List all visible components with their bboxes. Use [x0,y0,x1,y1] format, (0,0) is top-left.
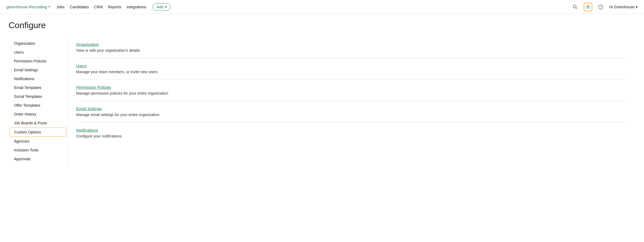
section-description: Manage email settings for your entire or… [76,113,627,117]
sidebar-item-users[interactable]: Users [10,48,66,57]
sidebar-item-custom-options[interactable]: Custom Options [10,128,66,137]
sidebar-item-email-templates[interactable]: Email Templates [10,83,66,92]
section-link-organization[interactable]: Organization [76,42,99,47]
brand-logo[interactable]: greenhouse Recruiting ▾ [6,5,50,9]
sidebar-item-notifications[interactable]: Notifications [10,75,66,83]
hi-user-text: Hi Greenhouse [609,5,635,9]
nav-candidates[interactable]: Candidates [70,5,89,9]
section-link-users[interactable]: Users [76,64,87,68]
sidebar-item-job-boards--posts[interactable]: Job Boards & Posts [10,119,66,127]
search-button[interactable] [571,3,579,11]
section-description: Manage permission policies for your enti… [76,91,627,95]
sidebar-item-organization[interactable]: Organization [10,39,66,48]
sidebar-item-approvals[interactable]: Approvals [10,155,66,163]
brand-greenhouse-text: greenhouse [6,5,28,9]
section-description: View or edit your organization's details [76,48,627,53]
nav-right: ? Hi Greenhouse ▾ [571,3,638,11]
help-button[interactable]: ? [597,3,605,11]
sidebar-item-inclusion-tools[interactable]: Inclusion Tools [10,146,66,154]
section-link-permission-policies[interactable]: Permission Policies [76,85,111,90]
section-item: Permission PoliciesManage permission pol… [76,80,627,101]
sidebar-item-social-templates[interactable]: Social Templates [10,92,66,101]
sidebar-item-order-history[interactable]: Order History [10,110,66,118]
user-chevron-icon: ▾ [636,5,638,9]
sidebar-item-email-settings[interactable]: Email Settings [10,66,66,74]
add-label: Add [157,5,163,9]
section-description: Configure your notifications [76,134,627,138]
section-link-notifications[interactable]: Notifications [76,128,98,132]
nav-jobs[interactable]: Jobs [57,5,65,9]
sidebar-item-agencies[interactable]: Agencies [10,137,66,146]
brand-chevron-icon: ▾ [49,5,50,9]
nav-crm[interactable]: CRM [94,5,103,9]
page-title: Configure [9,20,635,30]
section-description: Manage your team members, or invite new … [76,70,627,74]
top-navigation: greenhouse Recruiting ▾ Jobs Candidates … [0,0,644,14]
nav-integrations[interactable]: Integrations [127,5,146,9]
svg-point-2 [587,6,589,8]
section-item: Email SettingsManage email settings for … [76,101,627,122]
add-button[interactable]: Add ▾ [153,3,171,11]
settings-button[interactable] [584,3,592,11]
sidebar: OrganizationUsersPermission PoliciesEmai… [9,37,68,166]
content-layout: OrganizationUsersPermission PoliciesEmai… [9,37,635,166]
nav-links: Jobs Candidates CRM Reports Integrations [57,5,146,9]
section-item: NotificationsConfigure your notification… [76,122,627,144]
svg-line-1 [576,8,577,9]
sidebar-item-offer-templates[interactable]: Offer Templates [10,101,66,110]
section-link-email-settings[interactable]: Email Settings [76,106,102,111]
nav-reports[interactable]: Reports [108,5,121,9]
add-chevron-icon: ▾ [165,5,167,9]
page-container: Configure OrganizationUsersPermission Po… [0,14,644,172]
brand-recruiting-text: Recruiting [29,5,47,9]
sidebar-item-permission-policies[interactable]: Permission Policies [10,57,66,65]
section-item: OrganizationView or edit your organizati… [76,37,627,58]
user-menu[interactable]: Hi Greenhouse ▾ [609,5,638,9]
main-content: OrganizationView or edit your organizati… [68,37,635,166]
section-item: UsersManage your team members, or invite… [76,58,627,80]
svg-text:?: ? [600,5,602,9]
